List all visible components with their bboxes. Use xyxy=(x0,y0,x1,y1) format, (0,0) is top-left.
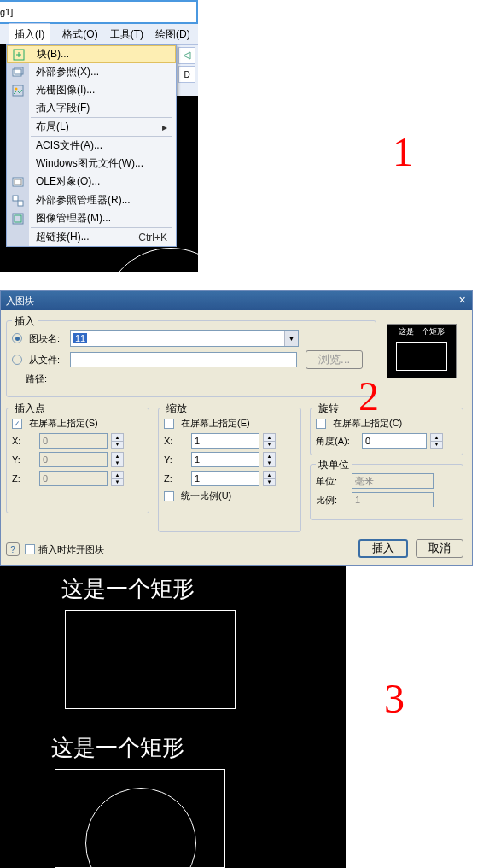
menu-item-field[interactable]: 插入字段(F) xyxy=(7,99,176,117)
ipoint-x-spinner[interactable]: ▲▼ xyxy=(111,433,124,449)
bunit-unit-input xyxy=(352,473,434,489)
help-button[interactable]: ? xyxy=(6,542,20,556)
insert-group-title: 插入 xyxy=(12,314,38,329)
scale-x-spinner[interactable]: ▲▼ xyxy=(263,433,276,449)
menubar: 插入(I) 格式(O) 工具(T) 绘图(D) xyxy=(0,24,198,44)
toolbar-icon-1[interactable] xyxy=(178,47,195,64)
menu-item-xrefmgr[interactable]: 外部参照管理器(R)... xyxy=(7,191,176,209)
bunit-unit-label: 单位: xyxy=(316,475,348,488)
rotation-angle-input[interactable] xyxy=(362,433,427,449)
ipoint-x-label: X: xyxy=(12,436,36,446)
imgmgr-icon xyxy=(11,212,25,226)
menu-item-xrefmgr-label: 外部参照管理器(R)... xyxy=(36,193,131,208)
svg-point-4 xyxy=(15,87,18,90)
dialog-title: 入图块 xyxy=(6,295,34,308)
ipoint-onscreen-check[interactable]: ✓ xyxy=(12,419,22,429)
scale-z-spinner[interactable]: ▲▼ xyxy=(263,471,276,486)
scale-title: 缩放 xyxy=(164,402,189,416)
menu-item-hyperlink-label: 超链接(H)... xyxy=(36,230,90,244)
uniform-scale-label: 统一比例(U) xyxy=(181,490,231,502)
rotation-angle-label: 角度(A): xyxy=(316,435,358,448)
result-canvas: 这是一个矩形 这是一个矩形 xyxy=(0,566,346,868)
svg-rect-8 xyxy=(18,201,23,206)
menu-format[interactable]: 格式(O) xyxy=(62,27,97,42)
ipoint-y-input[interactable] xyxy=(39,452,108,467)
toolbar-icon-d[interactable]: D xyxy=(178,66,195,83)
scale-z-input[interactable] xyxy=(191,471,259,486)
ipoint-y-label: Y: xyxy=(12,455,36,465)
scale-z-label: Z: xyxy=(164,473,188,484)
step-annotation-3: 3 xyxy=(384,675,405,722)
ipoint-x-input[interactable] xyxy=(39,433,108,449)
fromfile-label: 从文件: xyxy=(29,354,67,367)
path-label: 路径: xyxy=(26,372,47,385)
bunit-ratio-label: 比例: xyxy=(316,494,348,507)
menu-draw[interactable]: 绘图(D) xyxy=(155,27,190,42)
ipoint-title: 插入点 xyxy=(12,402,48,416)
scale-onscreen-label: 在屏幕上指定(E) xyxy=(181,417,250,430)
block-icon xyxy=(12,48,26,62)
preview-rect xyxy=(396,342,447,371)
canvas-text-2: 这是一个矩形 xyxy=(51,733,184,763)
blockname-label: 图块名: xyxy=(29,332,67,345)
radio-blockname[interactable] xyxy=(12,333,22,343)
menu-insert[interactable]: 插入(I) xyxy=(9,23,50,45)
window-titlebar: g1] xyxy=(0,0,198,24)
rotation-angle-spinner[interactable]: ▲▼ xyxy=(430,433,443,449)
menu-item-layout[interactable]: 布局(L) ▸ xyxy=(7,118,176,136)
preview-text: 这是一个矩形 xyxy=(387,326,456,337)
menu-item-hyperlink-shortcut: Ctrl+K xyxy=(138,232,167,243)
scale-y-input[interactable] xyxy=(191,452,259,467)
blockname-value: 11 xyxy=(73,333,87,343)
ole-icon xyxy=(11,175,25,189)
scale-onscreen-check[interactable] xyxy=(164,419,174,429)
menu-item-layout-label: 布局(L) xyxy=(36,120,69,134)
bunit-ratio-input xyxy=(352,492,434,507)
ipoint-z-label: Z: xyxy=(12,473,36,484)
explode-check[interactable] xyxy=(25,544,35,554)
fromfile-input[interactable] xyxy=(70,352,297,367)
step-annotation-1: 1 xyxy=(393,128,413,175)
cancel-button[interactable]: 取消 xyxy=(416,539,463,558)
toolbar-peek: D xyxy=(177,44,198,96)
menu-item-block-label: 块(B)... xyxy=(37,47,69,62)
ipoint-z-spinner[interactable]: ▲▼ xyxy=(111,471,124,486)
menu-item-imgmgr[interactable]: 图像管理器(M)... xyxy=(7,209,176,227)
step-annotation-2: 2 xyxy=(358,372,379,419)
crosshair-v xyxy=(26,632,26,687)
menu-item-wmf-label: Windows图元文件(W)... xyxy=(36,156,143,171)
window-title: g1] xyxy=(0,7,13,17)
menu-item-hyperlink[interactable]: 超链接(H)... Ctrl+K xyxy=(7,228,176,246)
rotation-onscreen-check[interactable] xyxy=(316,419,326,429)
menu-tools[interactable]: 工具(T) xyxy=(110,27,143,42)
menu-item-acis[interactable]: ACIS文件(A)... xyxy=(7,137,176,155)
browse-button[interactable]: 浏览... xyxy=(306,350,363,369)
blockname-select[interactable]: 11 ▼ xyxy=(70,330,299,347)
dropdown-arrow-icon[interactable]: ▼ xyxy=(284,331,298,346)
ipoint-z-input[interactable] xyxy=(39,471,108,486)
scale-y-label: Y: xyxy=(164,455,188,465)
rotation-title: 旋转 xyxy=(316,402,341,416)
menu-item-ole-label: OLE对象(O)... xyxy=(36,174,100,189)
canvas-rect-1 xyxy=(65,610,236,709)
svg-rect-7 xyxy=(13,196,18,201)
uniform-scale-check[interactable] xyxy=(164,491,174,501)
menu-item-block[interactable]: 块(B)... xyxy=(7,45,176,63)
menu-item-ole[interactable]: OLE对象(O)... xyxy=(7,173,176,191)
insert-button[interactable]: 插入 xyxy=(358,539,408,558)
raster-icon xyxy=(11,84,25,97)
dialog-titlebar: 入图块 ✕ xyxy=(1,291,472,310)
menu-item-xref[interactable]: 外部参照(X)... xyxy=(7,63,176,81)
crosshair-h xyxy=(0,660,55,660)
bunit-title: 块单位 xyxy=(316,458,352,472)
radio-fromfile[interactable] xyxy=(12,355,22,365)
menu-item-wmf[interactable]: Windows图元文件(W)... xyxy=(7,155,176,173)
submenu-arrow-icon: ▸ xyxy=(162,121,167,133)
scale-x-input[interactable] xyxy=(191,433,259,449)
menu-item-raster-label: 光栅图像(I)... xyxy=(36,83,95,97)
menu-item-xref-label: 外部参照(X)... xyxy=(36,65,99,79)
close-icon[interactable]: ✕ xyxy=(455,295,469,307)
ipoint-y-spinner[interactable]: ▲▼ xyxy=(111,452,124,467)
scale-y-spinner[interactable]: ▲▼ xyxy=(263,452,276,467)
menu-item-raster[interactable]: 光栅图像(I)... xyxy=(7,81,176,99)
